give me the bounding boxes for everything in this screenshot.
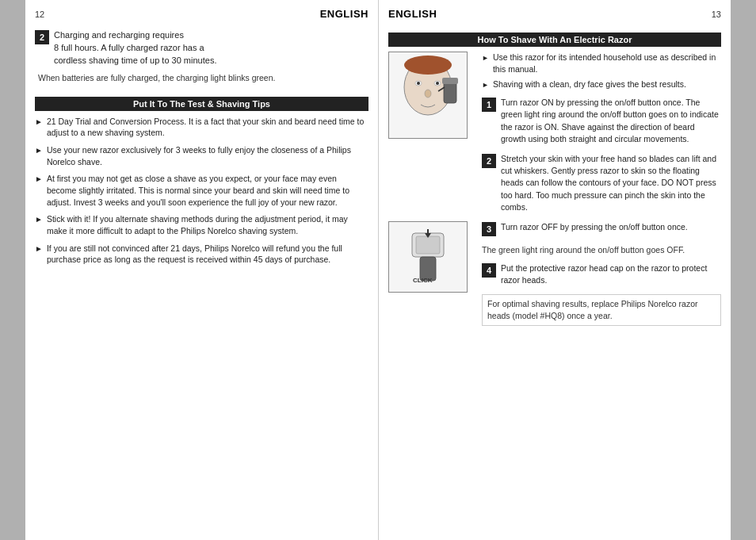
- step-2-number: 2: [482, 154, 496, 168]
- left-page-number: 12: [35, 10, 44, 19]
- list-item: ► Use this razor for its intended househ…: [482, 52, 721, 75]
- svg-point-6: [425, 90, 431, 98]
- list-item: ► Use your new razor exclusively for 3 w…: [35, 144, 368, 167]
- svg-rect-10: [416, 236, 440, 254]
- step-2-text: Stretch your skin with your free hand so…: [501, 153, 721, 213]
- right-header: ENGLISH 13: [388, 8, 721, 20]
- sidebar-left: [0, 0, 25, 540]
- charging-text: Charging and recharging requires 8 full …: [54, 29, 216, 67]
- step-4-number: 4: [482, 263, 496, 278]
- list-item: ► At first you may not get as close a sh…: [35, 173, 368, 208]
- page-right: ENGLISH 13 How To Shave With An Electric…: [378, 0, 756, 540]
- image-column: CLICK: [388, 52, 475, 326]
- shaving-tips-header: Put It To The Test & Shaving Tips: [35, 97, 368, 111]
- step-2: 2 Stretch your skin with your free hand …: [482, 153, 721, 213]
- bullet-arrow-icon: ►: [482, 80, 489, 90]
- svg-text:CLICK: CLICK: [413, 277, 433, 284]
- svg-rect-8: [442, 78, 458, 84]
- step-1-text: Turn razor ON by pressing the on/off but…: [501, 97, 721, 145]
- face-illustration: [388, 52, 468, 139]
- list-item: ► 21 Day Trial and Conversion Process. I…: [35, 116, 368, 139]
- step-3-number: 3: [482, 222, 496, 236]
- intro-bullets: ► Use this razor for its intended househ…: [482, 52, 721, 90]
- content-right: ENGLISH 13 How To Shave With An Electric…: [379, 0, 731, 540]
- list-item: ► Stick with it! If you alternate shavin…: [35, 213, 368, 236]
- right-page-title: ENGLISH: [388, 8, 437, 20]
- step-1: 1 Turn razor ON by pressing the on/off b…: [482, 97, 721, 145]
- razor-cap-illustration: CLICK: [388, 221, 468, 293]
- right-page-number: 13: [712, 10, 721, 19]
- bullet-arrow-icon: ►: [35, 174, 43, 185]
- green-light-note: The green light ring around the on/off b…: [482, 244, 721, 256]
- page-left: 12 ENGLISH 2 Charging and recharging req…: [0, 0, 378, 540]
- left-page-title: ENGLISH: [320, 8, 368, 20]
- bullet-arrow-icon: ►: [35, 145, 43, 156]
- bullet-arrow-icon: ►: [35, 243, 43, 255]
- optimal-note: For optimal shaving results, replace Phi…: [482, 294, 721, 325]
- shaving-tips-list: ► 21 Day Trial and Conversion Process. I…: [35, 116, 368, 272]
- charging-step-number: 2: [35, 30, 49, 44]
- bullet-arrow-icon: ►: [35, 214, 43, 225]
- sidebar-right: [731, 0, 756, 540]
- step-4: 4 Put the protective razor head cap on t…: [482, 262, 721, 286]
- bullet-arrow-icon: ►: [35, 117, 43, 128]
- list-item: ► Shaving with a clean, dry face gives t…: [482, 79, 721, 90]
- content-left: 12 ENGLISH 2 Charging and recharging req…: [25, 0, 378, 540]
- list-item: ► If you are still not convinced after 2…: [35, 243, 368, 266]
- left-header: 12 ENGLISH: [35, 8, 368, 20]
- electric-razor-header: How To Shave With An Electric Razor: [388, 33, 721, 47]
- right-columns: CLICK ► Use this razor for its intended …: [388, 52, 721, 326]
- svg-point-4: [417, 82, 420, 85]
- text-column: ► Use this razor for its intended househ…: [475, 52, 721, 326]
- charging-note: When batteries are fully charged, the ch…: [38, 72, 368, 84]
- bullet-arrow-icon: ►: [482, 53, 489, 63]
- svg-point-1: [404, 56, 452, 75]
- svg-point-5: [436, 82, 439, 85]
- step-3-text: Turn razor OFF by pressing the on/off bu…: [501, 221, 688, 233]
- charging-box: 2 Charging and recharging requires 8 ful…: [35, 29, 368, 67]
- step-1-number: 1: [482, 98, 496, 112]
- step-4-text: Put the protective razor head cap on the…: [501, 262, 721, 286]
- step-3: 3 Turn razor OFF by pressing the on/off …: [482, 221, 721, 236]
